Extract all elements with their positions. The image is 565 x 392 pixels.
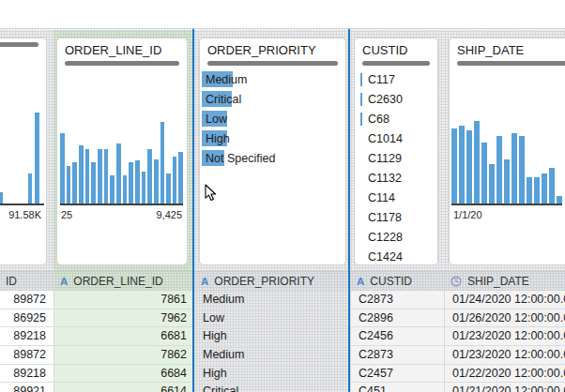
table-cell[interactable]: C2456 xyxy=(350,327,444,346)
value-item[interactable]: C117 xyxy=(360,70,435,90)
value-item[interactable]: C1129 xyxy=(360,149,435,169)
table-cell[interactable]: 89218 xyxy=(0,327,53,346)
table-cell[interactable]: C2873 xyxy=(350,291,444,309)
histogram-bar[interactable] xyxy=(519,136,525,204)
profile-card-custid[interactable]: CUSTID C117C2630C68C1014C1129C1132C114C1… xyxy=(354,38,438,265)
table-cell[interactable]: 89218 xyxy=(0,365,53,384)
histogram-bar[interactable] xyxy=(166,173,171,204)
histogram-bar[interactable] xyxy=(123,175,128,204)
histogram-bar[interactable] xyxy=(67,166,71,204)
histogram-bar[interactable] xyxy=(72,162,77,204)
table-cell[interactable]: 6681 xyxy=(53,327,194,346)
value-item[interactable]: C1014 xyxy=(360,129,435,149)
histogram-bar[interactable] xyxy=(459,126,465,204)
histogram-bar[interactable] xyxy=(104,149,109,204)
value-item[interactable]: C1178 xyxy=(360,208,435,228)
value-item[interactable]: Medium xyxy=(202,70,340,90)
table-cell[interactable]: 86925 xyxy=(0,309,53,328)
histogram-bar[interactable] xyxy=(98,149,102,204)
value-item[interactable]: Low xyxy=(202,110,340,129)
histogram-bar[interactable] xyxy=(147,149,152,204)
table-row[interactable]: 898727861MediumC287301/24/2020 12:00:00.… xyxy=(0,291,565,309)
value-item[interactable]: C2630 xyxy=(360,90,435,110)
histogram-bar[interactable] xyxy=(481,143,487,204)
histogram-bar[interactable] xyxy=(160,122,165,204)
histogram-bar[interactable] xyxy=(91,162,96,204)
table-cell[interactable]: 89872 xyxy=(0,346,53,365)
table-cell[interactable]: 01/23/2020 12:00:00.00 xyxy=(444,327,565,346)
histogram-bar[interactable] xyxy=(504,159,510,204)
table-cell[interactable]: 01/23/2020 12:00:00.00 xyxy=(444,346,565,365)
table-cell[interactable]: 01/26/2020 12:00:00.00 xyxy=(444,309,565,328)
header-cell-custid[interactable]: A CUSTID xyxy=(350,272,444,290)
table-cell[interactable]: C2457 xyxy=(350,365,444,384)
table-cell[interactable]: 01/24/2020 12:00:00.00 xyxy=(444,291,565,309)
histogram-bar[interactable] xyxy=(129,162,133,204)
table-cell[interactable]: C2896 xyxy=(350,309,444,328)
histogram-bar[interactable] xyxy=(116,143,121,204)
value-item[interactable]: C1132 xyxy=(360,169,435,188)
table-row[interactable]: 898727862MediumC287301/23/2020 12:00:00.… xyxy=(0,346,565,365)
header-cell-order-priority[interactable]: A ORDER_PRIORITY xyxy=(194,272,350,290)
histogram-bar[interactable] xyxy=(557,196,562,204)
histogram-bar[interactable] xyxy=(110,175,115,204)
table-cell[interactable]: 6614 xyxy=(53,383,194,392)
table-cell[interactable]: C451 xyxy=(350,383,444,392)
histogram-bar[interactable] xyxy=(474,121,480,204)
table-cell[interactable]: 89872 xyxy=(0,291,53,309)
table-cell[interactable]: 6684 xyxy=(53,365,194,384)
histogram-bar[interactable] xyxy=(28,173,32,204)
profile-card-order-line-id[interactable]: ORDER_LINE_ID 25 9,425 xyxy=(56,38,188,265)
histogram-bar[interactable] xyxy=(60,133,65,204)
table-cell[interactable]: High xyxy=(194,327,350,346)
table-row[interactable]: 892186681HighC245601/23/2020 12:00:00.00 xyxy=(0,327,565,346)
value-item[interactable]: C68 xyxy=(360,110,435,129)
histogram-bar[interactable] xyxy=(534,177,540,204)
histogram-bar[interactable] xyxy=(154,159,159,204)
table-cell[interactable]: 7862 xyxy=(53,346,194,365)
table-cell[interactable]: Medium xyxy=(194,291,350,309)
profile-card-ship-date[interactable]: SHIP_DATE 1/1/20 xyxy=(449,38,565,265)
value-item[interactable]: C1424 xyxy=(360,248,435,267)
table-cell[interactable]: 01/21/2020 12:00:00.00 xyxy=(444,383,565,392)
table-cell[interactable]: High xyxy=(194,365,350,384)
table-cell[interactable]: 01/22/2020 12:00:00.00 xyxy=(444,365,565,384)
histogram-bar[interactable] xyxy=(466,130,472,204)
header-cell-order-line-id[interactable]: A ORDER_LINE_ID xyxy=(53,272,194,290)
value-item[interactable]: C114 xyxy=(360,188,435,208)
table-cell[interactable]: 7861 xyxy=(53,291,194,309)
value-item[interactable]: Not Specified xyxy=(202,149,340,169)
table-cell[interactable]: Low xyxy=(194,309,350,328)
table-row[interactable]: 899216614CriticalC45101/21/2020 12:00:00… xyxy=(0,383,565,392)
table-row[interactable]: 892186684HighC245701/22/2020 12:00:00.00 xyxy=(0,365,565,384)
histogram-bar[interactable] xyxy=(489,164,495,204)
histogram-bar[interactable] xyxy=(0,192,3,204)
histogram-bar[interactable] xyxy=(85,149,90,204)
profile-card-order-priority[interactable]: ORDER_PRIORITY MediumCriticalLowHighNot … xyxy=(199,38,346,265)
histogram-bar[interactable] xyxy=(512,133,517,204)
histogram-bar[interactable] xyxy=(549,168,555,204)
value-item[interactable]: High xyxy=(202,129,340,149)
header-cell-ship-date[interactable]: SHIP_DATE xyxy=(444,272,565,290)
table-cell[interactable]: Medium xyxy=(194,346,350,365)
table-cell[interactable]: 7962 xyxy=(53,309,194,328)
profile-card-clipped[interactable]: 91.58K xyxy=(0,38,47,265)
table-cell[interactable]: C2873 xyxy=(350,346,444,365)
histogram-bar[interactable] xyxy=(135,160,140,204)
header-cell-id[interactable]: ID xyxy=(0,272,53,290)
table-row[interactable]: 869257962LowC289601/26/2020 12:00:00.00 xyxy=(0,309,565,328)
histogram-bar[interactable] xyxy=(451,128,457,204)
table-cell[interactable]: 89921 xyxy=(0,383,53,392)
histogram-bar[interactable] xyxy=(142,172,146,204)
value-item[interactable]: C1228 xyxy=(360,228,435,248)
value-item[interactable]: Critical xyxy=(202,90,340,110)
histogram-bar[interactable] xyxy=(496,136,502,204)
histogram-bar[interactable] xyxy=(79,145,84,204)
histogram-bar[interactable] xyxy=(178,152,183,204)
histogram-bar[interactable] xyxy=(35,113,39,204)
histogram-bar[interactable] xyxy=(527,177,532,204)
table-cell[interactable]: Critical xyxy=(194,383,350,392)
histogram-bar[interactable] xyxy=(542,173,547,204)
axis-max-label: 9,425 xyxy=(156,209,182,220)
histogram-bar[interactable] xyxy=(173,157,177,204)
